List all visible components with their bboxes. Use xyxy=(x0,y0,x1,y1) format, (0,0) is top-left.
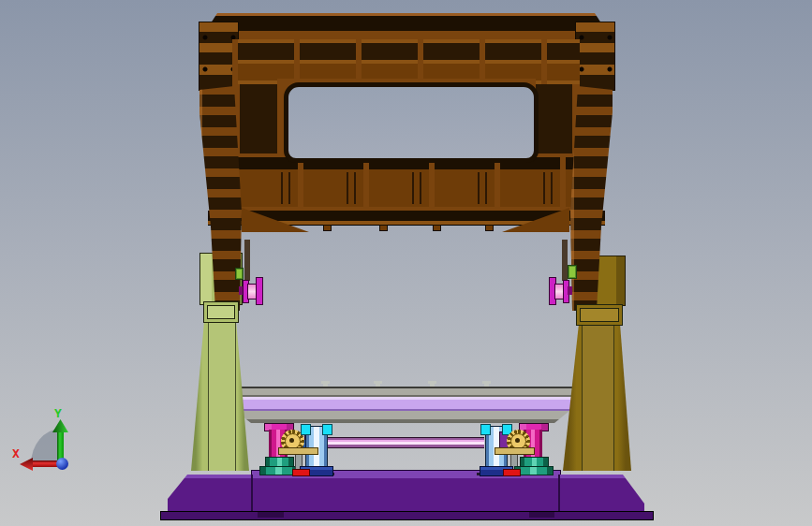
table-slab xyxy=(233,397,574,411)
y-axis-arrowhead-icon xyxy=(52,419,68,432)
left-jack-bracket xyxy=(278,447,318,455)
base-seam xyxy=(251,475,253,512)
crown-window-opening xyxy=(284,82,539,163)
crown-bottom-tab xyxy=(433,225,441,231)
base-seam xyxy=(558,475,560,512)
drive-shaft xyxy=(325,437,484,448)
right-collar-inset xyxy=(580,308,619,322)
right-cyl-cap-left xyxy=(480,424,491,435)
right-red-shim xyxy=(503,469,521,476)
base-notch xyxy=(258,512,284,518)
cad-viewport[interactable]: X Y xyxy=(0,0,812,526)
left-cyl-cap-left xyxy=(301,424,311,435)
right-jack-bracket xyxy=(495,447,535,455)
x-axis-arrowhead-icon xyxy=(20,458,33,471)
table-top-plate xyxy=(231,387,573,397)
base-bottom-plate xyxy=(160,511,654,520)
crown-bottom-tab xyxy=(379,225,388,231)
base-main-block xyxy=(166,475,646,512)
crown-bottom-tab xyxy=(323,225,332,231)
left-guide-block xyxy=(235,268,244,280)
right-column-collar xyxy=(576,304,623,326)
crown-top-cap xyxy=(199,13,613,42)
crown-upper-panel-row xyxy=(232,39,580,84)
left-collar-inset xyxy=(207,305,235,319)
crown-bottom-tab xyxy=(485,225,494,231)
left-column-inner-face xyxy=(208,321,236,471)
base-notch xyxy=(529,512,554,518)
left-crank-outer-flange xyxy=(256,277,263,305)
left-column-pedestal xyxy=(191,321,249,471)
table-under-beam xyxy=(236,411,569,423)
left-column-collar xyxy=(203,301,239,323)
right-gear-pin xyxy=(515,438,520,443)
right-guide-block xyxy=(568,265,577,279)
left-screw-hanger-plate xyxy=(244,240,250,281)
right-column-pedestal xyxy=(563,324,631,471)
right-crank-stem xyxy=(568,286,572,295)
left-red-shim xyxy=(292,469,310,476)
crown-right-flange-stack xyxy=(575,22,615,91)
x-axis-label: X xyxy=(12,446,20,460)
left-cyl-cap-right xyxy=(322,424,332,435)
y-axis-label: Y xyxy=(54,406,62,420)
left-gear-pin xyxy=(289,438,294,443)
panel-slot-marks xyxy=(253,172,571,204)
right-column-inner-face xyxy=(582,324,614,471)
z-axis-ball-icon xyxy=(56,458,68,470)
